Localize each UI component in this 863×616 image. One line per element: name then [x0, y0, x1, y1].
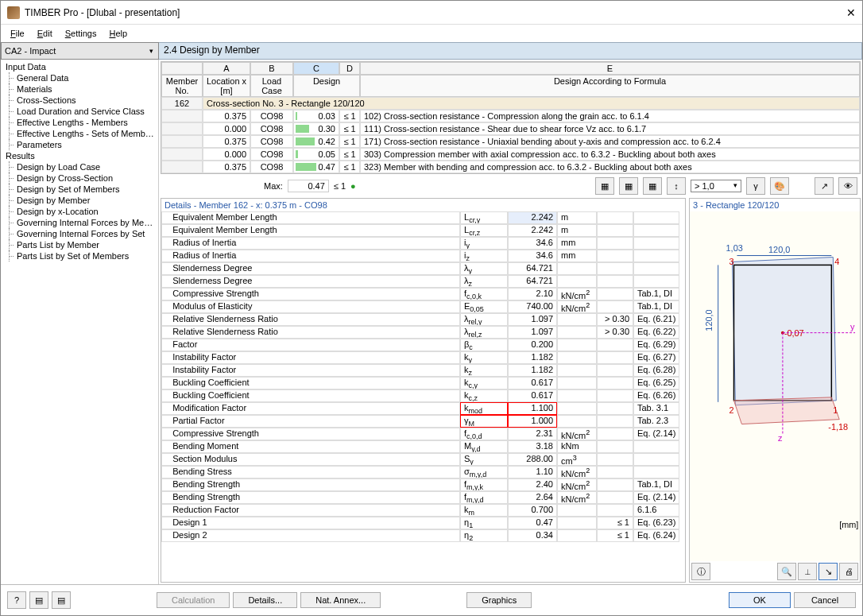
ok-button[interactable]: OK [729, 592, 791, 608]
tree-item[interactable]: Effective Lengths - Sets of Members [1, 128, 158, 139]
col-a[interactable]: A [203, 62, 250, 75]
detail-row[interactable]: Design 1η10.47≤ 1Eq. (6.23) [161, 517, 685, 529]
row-desc[interactable]: 171) Cross-section resistance - Uniaxial… [360, 135, 860, 148]
detail-row[interactable]: Bending Strengthfm,y,d2.64kN/cm2Eq. (2.1… [161, 491, 685, 504]
details-grid[interactable]: Equivalent Member LengthLcr,y2.242m Equi… [161, 211, 685, 582]
col-b[interactable]: B [250, 62, 293, 75]
pick-button[interactable]: ↗ [815, 177, 834, 195]
details-button[interactable]: Details... [233, 592, 297, 608]
detail-row[interactable]: Reduction Factorkm0.7006.1.6 [161, 504, 685, 517]
detail-row[interactable]: Compressive Strengthfc,0,d2.31kN/cm2Eq. … [161, 428, 685, 440]
detail-row[interactable]: Equivalent Member LengthLcr,y2.242m [161, 211, 685, 224]
tree-item[interactable]: Parts List by Member [1, 239, 158, 250]
row-lc[interactable]: CO98 [250, 122, 293, 135]
row-desc[interactable]: 111) Cross-section resistance - Shear du… [360, 122, 860, 135]
row-member[interactable] [161, 161, 203, 173]
row-design[interactable]: 0.03 [293, 110, 339, 122]
detail-row[interactable]: Relative Slenderness Ratioλrel,y1.097> 0… [161, 313, 685, 326]
tree-item[interactable]: Design by Load Case [1, 161, 158, 172]
row-design[interactable]: 0.30 [293, 122, 339, 135]
filter1-button[interactable]: ▦ [595, 177, 614, 195]
row-design[interactable]: 0.47 [293, 161, 339, 173]
row-x[interactable]: 0.000 [203, 122, 250, 135]
tree-item[interactable]: Load Duration and Service Class [1, 106, 158, 117]
menu-file[interactable]: File [4, 27, 31, 40]
detail-row[interactable]: Buckling Coefficientkc,z0.617Eq. (6.26) [161, 389, 685, 402]
detail-row[interactable]: Modulus of ElasticityE0,05740.00kN/cm2Ta… [161, 300, 685, 313]
filter3-button[interactable]: ▦ [643, 177, 662, 195]
row-x[interactable]: 0.375 [203, 110, 250, 122]
detail-row[interactable]: Instability Factorky1.182Eq. (6.27) [161, 351, 685, 364]
detail-row[interactable]: Bending MomentMy,d3.18kNm [161, 440, 685, 453]
calculation-button[interactable]: Calculation [157, 592, 230, 608]
row-member[interactable] [161, 122, 203, 135]
gamma-button[interactable]: γ [746, 177, 765, 195]
case-combo[interactable]: CA2 - Impact [1, 42, 159, 60]
row-x[interactable]: 0.375 [203, 135, 250, 148]
axes-button[interactable]: ↘ [818, 563, 838, 580]
row-desc[interactable]: 102) Cross-section resistance - Compress… [360, 110, 860, 122]
detail-row[interactable]: Factorβc0.200Eq. (6.29) [161, 339, 685, 351]
tree-group-results[interactable]: Results [1, 150, 158, 161]
detail-row[interactable]: Section ModulusSy288.00cm3 [161, 453, 685, 466]
row-desc[interactable]: 303) Compression member with axial compr… [360, 148, 860, 161]
design-grid[interactable]: A B C D E Member No. Location x [m] Load… [161, 61, 861, 174]
info-button[interactable]: ⓘ [691, 563, 710, 580]
detail-row[interactable]: Relative Slenderness Ratioλrel,z1.097> 0… [161, 326, 685, 339]
tree-item[interactable]: Parameters [1, 139, 158, 150]
sort-button[interactable]: ↕ [667, 177, 686, 195]
close-button[interactable]: ✕ [824, 6, 856, 19]
tree-item[interactable]: Cross-Sections [1, 95, 158, 106]
color-button[interactable]: 🎨 [770, 177, 789, 195]
row-x[interactable]: 0.375 [203, 161, 250, 173]
tree-item[interactable]: Governing Internal Forces by Set [1, 228, 158, 239]
detail-row[interactable]: Bending Strengthfm,y,k2.40kN/cm2Tab.1, D… [161, 478, 685, 491]
tree-item[interactable]: Materials [1, 83, 158, 95]
zoom-button[interactable]: 🔍 [777, 563, 796, 580]
cancel-button[interactable]: Cancel [794, 592, 856, 608]
detail-row[interactable]: Compressive Strengthfc,0,k2.10kN/cm2Tab.… [161, 288, 685, 300]
menu-settings[interactable]: Settings [59, 27, 103, 40]
row-lc[interactable]: CO98 [250, 161, 293, 173]
detail-row[interactable]: Instability Factorkz1.182Eq. (6.28) [161, 364, 685, 377]
row-member[interactable] [161, 135, 203, 148]
tree-item[interactable]: Design by Set of Members [1, 184, 158, 195]
row-lc[interactable]: CO98 [250, 135, 293, 148]
filter2-button[interactable]: ▦ [619, 177, 638, 195]
col-d[interactable]: D [339, 62, 360, 75]
detail-row[interactable]: Buckling Coefficientkc,y0.617Eq. (6.25) [161, 377, 685, 389]
detail-row[interactable]: Design 2η20.34≤ 1Eq. (6.24) [161, 529, 685, 542]
tree-item[interactable]: Effective Lengths - Members [1, 117, 158, 128]
tree-item[interactable]: Design by Cross-Section [1, 172, 158, 184]
detail-row[interactable]: Equivalent Member LengthLcr,z2.242m [161, 224, 685, 237]
export1-button[interactable]: ▤ [29, 591, 48, 609]
tree-item[interactable]: Design by x-Location [1, 206, 158, 217]
row-design[interactable]: 0.42 [293, 135, 339, 148]
row-lc[interactable]: CO98 [250, 148, 293, 161]
tree-item[interactable]: Governing Internal Forces by Member [1, 217, 158, 228]
tree-item[interactable]: Parts List by Set of Members [1, 250, 158, 262]
nat-annex-button[interactable]: Nat. Annex... [300, 592, 381, 608]
detail-row[interactable]: Modification Factorkmod1.100Tab. 3.1 [161, 402, 685, 415]
detail-row[interactable]: Slenderness Degreeλy64.721 [161, 262, 685, 275]
tree-item[interactable]: Design by Member [1, 195, 158, 206]
detail-row[interactable]: Bending Stressσm,y,d1.10kN/cm2 [161, 466, 685, 478]
help-button[interactable]: ? [7, 591, 26, 609]
menu-help[interactable]: Help [103, 27, 134, 40]
detail-row[interactable]: Partial FactorγM1.000Tab. 2.3 [161, 415, 685, 428]
print-button[interactable]: 🖨 [839, 563, 858, 580]
tree-group-input[interactable]: Input Data [1, 61, 158, 72]
detail-row[interactable]: Slenderness Degreeλz64.721 [161, 275, 685, 288]
row-desc[interactable]: 323) Member with bending and compression… [360, 161, 860, 173]
graphics-button[interactable]: Graphics [466, 592, 532, 608]
row-x[interactable]: 0.000 [203, 148, 250, 161]
row-lc[interactable]: CO98 [250, 110, 293, 122]
eye-button[interactable]: 👁 [838, 177, 857, 195]
col-e[interactable]: E [360, 62, 860, 75]
row-member[interactable] [161, 110, 203, 122]
row-design[interactable]: 0.05 [293, 148, 339, 161]
row-member[interactable] [161, 148, 203, 161]
dim-button[interactable]: ⟂ [798, 563, 817, 580]
export2-button[interactable]: ▤ [52, 591, 71, 609]
tree-item[interactable]: General Data [1, 72, 158, 83]
